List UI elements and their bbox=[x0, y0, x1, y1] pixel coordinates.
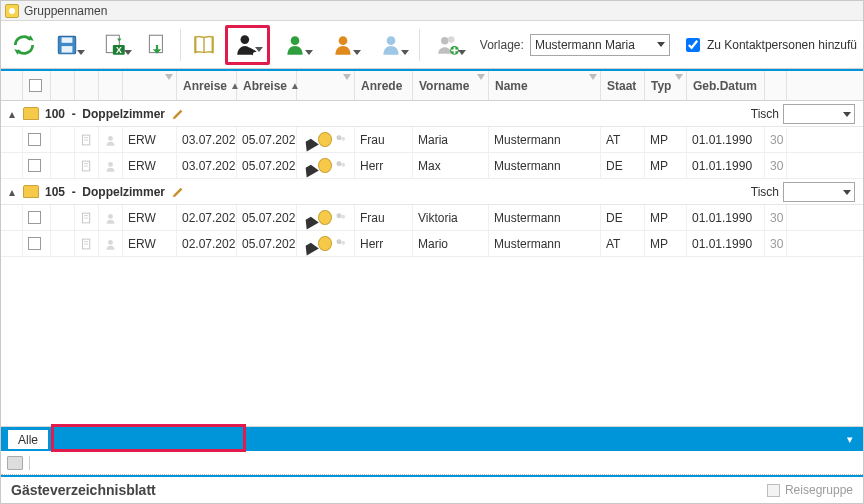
col-blank-a[interactable] bbox=[51, 71, 75, 100]
document-icon bbox=[80, 210, 93, 226]
table-row[interactable]: ERW 03.07.2020 05.07.2020 Frau Maria Mus… bbox=[1, 127, 863, 153]
pencil-icon[interactable] bbox=[171, 107, 185, 121]
svg-point-11 bbox=[339, 36, 348, 45]
contact-checkbox-input[interactable] bbox=[686, 38, 700, 52]
col-age[interactable] bbox=[765, 71, 787, 100]
cell-icon-b[interactable] bbox=[75, 231, 99, 256]
col-vorname[interactable]: Vorname bbox=[413, 71, 489, 100]
contact-checkbox[interactable]: Zu Kontaktpersonen hinzufü bbox=[682, 35, 857, 55]
cell-status-icons[interactable] bbox=[297, 153, 355, 178]
filter-alle-tab[interactable]: Alle bbox=[7, 429, 49, 449]
collapse-icon[interactable]: ▴ bbox=[1, 185, 23, 199]
cell-icon-a[interactable] bbox=[51, 127, 75, 152]
col-expand bbox=[1, 71, 23, 100]
chevron-down-icon[interactable]: ▾ bbox=[847, 433, 853, 446]
cell-icon-a[interactable] bbox=[51, 205, 75, 230]
cell-icon-a[interactable] bbox=[51, 153, 75, 178]
pointer-icon bbox=[299, 209, 319, 229]
cell-erw: ERW bbox=[123, 205, 177, 230]
filter-icon[interactable] bbox=[675, 74, 683, 80]
col-checkbox[interactable] bbox=[23, 71, 51, 100]
cell-anrede: Herr bbox=[355, 231, 413, 256]
tisch-select[interactable] bbox=[783, 182, 855, 202]
cell-icon-a[interactable] bbox=[51, 231, 75, 256]
collapse-icon[interactable]: ▴ bbox=[1, 107, 23, 121]
cell-icon-c[interactable] bbox=[99, 127, 123, 152]
col-blank-b[interactable] bbox=[75, 71, 99, 100]
cell-anrede: Frau bbox=[355, 127, 413, 152]
template-select[interactable]: Mustermann Maria bbox=[530, 34, 670, 56]
col-gebdatum[interactable]: Geb.Datum bbox=[687, 71, 765, 100]
cell-icon-c[interactable] bbox=[99, 231, 123, 256]
svg-point-26 bbox=[336, 161, 341, 166]
export-sheet-button[interactable] bbox=[140, 25, 174, 65]
chevron-down-icon bbox=[77, 50, 85, 55]
cell-icon-b[interactable] bbox=[75, 153, 99, 178]
group-small-icon bbox=[334, 210, 347, 225]
cell-age: 30 bbox=[765, 127, 787, 152]
col-name[interactable]: Name bbox=[489, 71, 601, 100]
people-add-button[interactable] bbox=[426, 25, 470, 65]
col-erw[interactable] bbox=[123, 71, 177, 100]
table-row[interactable]: ERW 02.07.2020 05.07.2020 Herr Mario Mus… bbox=[1, 231, 863, 257]
save-button[interactable] bbox=[45, 25, 89, 65]
group-title: 105 - Doppelzimmer bbox=[45, 185, 165, 199]
cell-status-icons[interactable] bbox=[297, 205, 355, 230]
filter-icon[interactable] bbox=[343, 74, 351, 80]
col-icons[interactable] bbox=[297, 71, 355, 100]
person-blue-button[interactable] bbox=[369, 25, 413, 65]
folder-icon bbox=[23, 185, 39, 198]
group-small-icon bbox=[334, 132, 347, 147]
tisch-label: Tisch bbox=[751, 107, 779, 121]
filter-icon[interactable] bbox=[165, 74, 173, 80]
cell-icon-b[interactable] bbox=[75, 205, 99, 230]
person-orange-button[interactable] bbox=[321, 25, 365, 65]
svg-text:X: X bbox=[115, 44, 121, 54]
export-excel-button[interactable]: X bbox=[93, 25, 137, 65]
col-anreise[interactable]: Anreise▲ bbox=[177, 71, 237, 100]
table-row[interactable]: ERW 03.07.2020 05.07.2020 Herr Max Muste… bbox=[1, 153, 863, 179]
col-staat[interactable]: Staat bbox=[601, 71, 645, 100]
template-value: Mustermann Maria bbox=[535, 38, 635, 52]
cell-expand bbox=[1, 127, 23, 152]
chevron-down-icon bbox=[255, 47, 263, 52]
chevron-down-icon bbox=[124, 50, 132, 55]
group-row[interactable]: ▴ 105 - Doppelzimmer Tisch bbox=[1, 179, 863, 205]
cell-staat: AT bbox=[601, 231, 645, 256]
cell-icon-c[interactable] bbox=[99, 153, 123, 178]
cell-checkbox[interactable] bbox=[23, 153, 51, 178]
refresh-button[interactable] bbox=[7, 25, 41, 65]
col-abreise[interactable]: Abreise▲ bbox=[237, 71, 297, 100]
cell-name: Mustermann bbox=[489, 231, 601, 256]
footer: Gästeverzeichnisblatt Reisegruppe bbox=[1, 475, 863, 503]
cell-icon-c[interactable] bbox=[99, 205, 123, 230]
cell-checkbox[interactable] bbox=[23, 205, 51, 230]
table-row[interactable]: ERW 02.07.2020 05.07.2020 Frau Viktoria … bbox=[1, 205, 863, 231]
cell-gebdatum: 01.01.1990 bbox=[687, 205, 765, 230]
book-button[interactable] bbox=[187, 25, 221, 65]
group-row[interactable]: ▴ 100 - Doppelzimmer Tisch bbox=[1, 101, 863, 127]
cell-age: 30 bbox=[765, 231, 787, 256]
cell-status-icons[interactable] bbox=[297, 127, 355, 152]
cell-status-icons[interactable] bbox=[297, 231, 355, 256]
col-anrede[interactable]: Anrede bbox=[355, 71, 413, 100]
group-small-icon bbox=[334, 158, 347, 173]
filter-band[interactable]: Alle ▾ bbox=[1, 427, 863, 451]
cell-icon-b[interactable] bbox=[75, 127, 99, 152]
pencil-icon[interactable] bbox=[171, 185, 185, 199]
cell-vorname: Viktoria bbox=[413, 205, 489, 230]
cell-name: Mustermann bbox=[489, 127, 601, 152]
filter-icon[interactable] bbox=[589, 74, 597, 80]
col-typ[interactable]: Typ bbox=[645, 71, 687, 100]
person-assign-button[interactable] bbox=[225, 25, 270, 65]
tisch-select[interactable] bbox=[783, 104, 855, 124]
col-blank-c[interactable] bbox=[99, 71, 123, 100]
svg-point-12 bbox=[387, 36, 396, 45]
printer-icon[interactable] bbox=[7, 456, 23, 470]
person-green-button[interactable] bbox=[274, 25, 318, 65]
cell-checkbox[interactable] bbox=[23, 231, 51, 256]
group-small-icon bbox=[334, 236, 347, 251]
filter-icon[interactable] bbox=[477, 74, 485, 80]
cell-checkbox[interactable] bbox=[23, 127, 51, 152]
reisegruppe-checkbox: Reisegruppe bbox=[767, 483, 853, 497]
